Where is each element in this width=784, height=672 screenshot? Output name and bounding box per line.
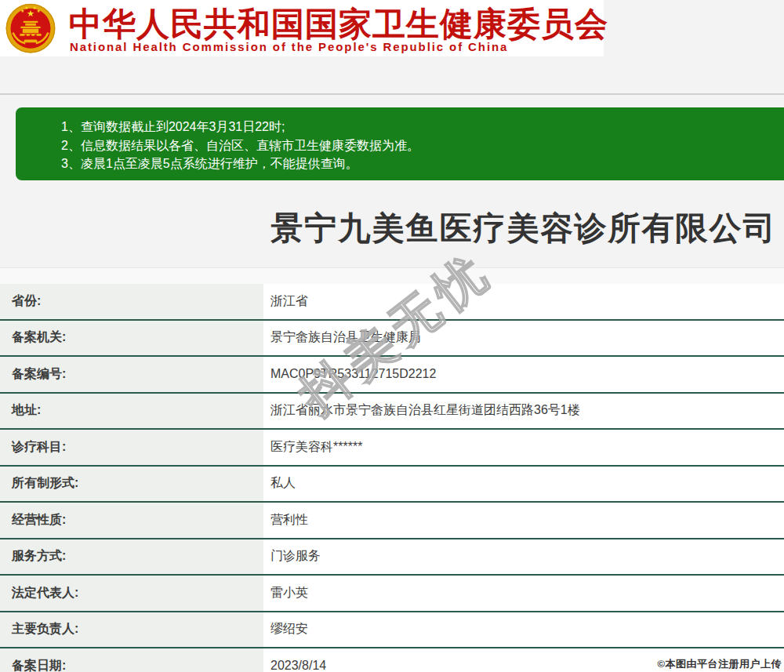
field-value: 浙江省 [263, 284, 784, 319]
notice-box: 1、查询数据截止到2024年3月31日22时; 2、信息数据结果以各省、自治区、… [16, 107, 784, 180]
table-row: 备案编号: MAC0P9TR533112715D2212 [0, 357, 784, 394]
notice-line: 1、查询数据截止到2024年3月31日22时; [61, 118, 784, 136]
table-row: 法定代表人: 雷小英 [0, 576, 784, 612]
upload-credit-watermark: ©本图由平台注册用户上传 [657, 657, 782, 671]
field-label: 备案编号: [0, 357, 263, 392]
section-divider [0, 267, 784, 284]
org-title-en: National Health Commission of the People… [70, 40, 508, 53]
field-label: 主要负责人: [0, 612, 263, 648]
field-value: 医疗美容科****** [263, 430, 784, 465]
table-row: 经营性质: 营利性 [0, 503, 784, 539]
table-row: 服务方式: 门诊服务 [0, 539, 784, 576]
field-value: 门诊服务 [263, 539, 784, 575]
field-label: 所有制形式: [0, 467, 263, 502]
field-label: 地址: [0, 394, 263, 429]
field-label: 备案机关: [0, 321, 263, 356]
field-label: 服务方式: [0, 539, 263, 575]
table-row: 地址: 浙江省丽水市景宁畲族自治县红星街道团结西路36号1楼 [0, 394, 784, 430]
field-value: 营利性 [263, 503, 784, 538]
notice-line: 3、凌晨1点至凌晨5点系统进行维护，不能提供查询。 [61, 154, 784, 173]
field-label: 备案日期: [0, 648, 263, 672]
header-divider [0, 93, 784, 95]
field-value: 缪绍安 [263, 612, 784, 648]
field-label: 法定代表人: [0, 576, 263, 611]
field-value: 浙江省丽水市景宁畲族自治县红星街道团结西路36号1楼 [263, 394, 784, 429]
field-value: 私人 [263, 467, 784, 502]
table-row: 主要负责人: 缪绍安 [0, 612, 784, 649]
site-header: 中华人民共和国国家卫生健康委员会 National Health Commiss… [0, 0, 604, 56]
table-row: 所有制形式: 私人 [0, 467, 784, 503]
field-label: 省份: [0, 284, 263, 319]
field-label: 经营性质: [0, 503, 263, 538]
notice-line: 2、信息数据结果以各省、自治区、直辖市卫生健康委数据为准。 [61, 136, 784, 155]
field-value: 景宁畲族自治县卫生健康局 [263, 321, 784, 356]
china-national-emblem-icon [4, 2, 57, 56]
institution-name-title: 景宁九美鱼医疗美容诊所有限公司 [263, 207, 784, 250]
table-row: 备案机关: 景宁畲族自治县卫生健康局 [0, 321, 784, 358]
nhc-record-query-page: 中华人民共和国国家卫生健康委员会 National Health Commiss… [0, 0, 784, 672]
table-row: 诊疗科目: 医疗美容科****** [0, 430, 784, 467]
record-table: 省份: 浙江省 备案机关: 景宁畲族自治县卫生健康局 备案编号: MAC0P9T… [0, 284, 784, 672]
field-value: 雷小英 [263, 576, 784, 611]
table-row: 省份: 浙江省 [0, 284, 784, 321]
field-value: MAC0P9TR533112715D2212 [263, 357, 784, 392]
field-label: 诊疗科目: [0, 430, 263, 465]
